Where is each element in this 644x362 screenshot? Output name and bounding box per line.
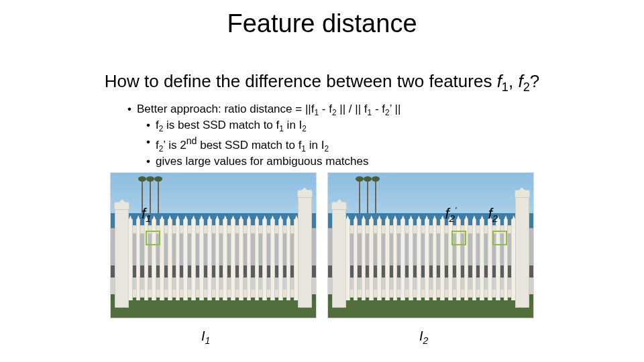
bullet-0: Better approach: ratio distance = ||f1 -… xyxy=(127,102,557,118)
b0-m1: - f xyxy=(319,103,332,115)
bullet-1: f2 is best SSD match to f1 in I2 xyxy=(146,118,557,134)
capI1s: 1 xyxy=(205,335,211,346)
b1-m2: in I xyxy=(284,119,302,131)
b2-sup: nd xyxy=(186,135,197,146)
subtitle-q: ? xyxy=(530,71,539,91)
capI2s: 2 xyxy=(423,335,429,346)
label-f1: f1 xyxy=(142,205,152,225)
b1-s3: 2 xyxy=(302,125,307,134)
subtitle-f2: f xyxy=(518,71,523,91)
image-I2: f2' f2 xyxy=(328,173,533,318)
marker-f2prime xyxy=(451,231,466,245)
b2-m2: best SSD match to f xyxy=(197,139,301,152)
lf2pp: ' xyxy=(455,205,456,215)
b0-m2: || / || f xyxy=(337,103,368,115)
subtitle-f2-sub: 2 xyxy=(523,80,530,94)
slide-subtitle: How to define the difference between two… xyxy=(0,71,644,95)
label-f2: f2 xyxy=(488,205,498,225)
slide-title: Feature distance xyxy=(0,9,644,38)
b2-s3: 2 xyxy=(324,144,329,154)
bullet-2: f2’ is 2nd best SSD match to f1 in I2 xyxy=(146,135,557,154)
slide: Feature distance How to define the diffe… xyxy=(0,0,644,362)
subtitle-comma: , xyxy=(508,71,518,91)
b1-s2: 1 xyxy=(279,125,284,134)
b2-m: is 2 xyxy=(166,139,186,152)
marker-f2 xyxy=(492,231,507,245)
subtitle-f1: f xyxy=(497,71,502,91)
lf2s: 2 xyxy=(492,213,498,224)
b0-s4: 2 xyxy=(385,108,390,117)
bullet-list: Better approach: ratio distance = ||f1 -… xyxy=(127,102,557,170)
label-f2prime: f2' xyxy=(445,205,456,225)
image-row: f1 f2' f2 xyxy=(111,173,533,318)
b0-end: || xyxy=(392,103,401,115)
subtitle-text: How to define the difference between two… xyxy=(105,71,497,91)
bullet-3: gives large values for ambiguous matches xyxy=(146,154,557,170)
lf1s: 1 xyxy=(146,213,152,224)
lf2ps: 2 xyxy=(449,213,455,224)
b2-m3: in I xyxy=(306,139,324,152)
b1-m: is best SSD match to f xyxy=(163,119,279,131)
b0-m3: - f xyxy=(372,103,385,115)
b0-s2: 2 xyxy=(332,108,337,117)
caption-I1: I1 xyxy=(201,328,210,346)
caption-I2: I2 xyxy=(419,328,428,346)
b0-t: Better approach: ratio distance = ||f xyxy=(137,103,314,115)
image-I1: f1 xyxy=(111,173,316,318)
marker-f1 xyxy=(146,231,160,245)
subtitle-f1-sub: 1 xyxy=(502,80,508,94)
b2-s2: 1 xyxy=(301,144,306,154)
